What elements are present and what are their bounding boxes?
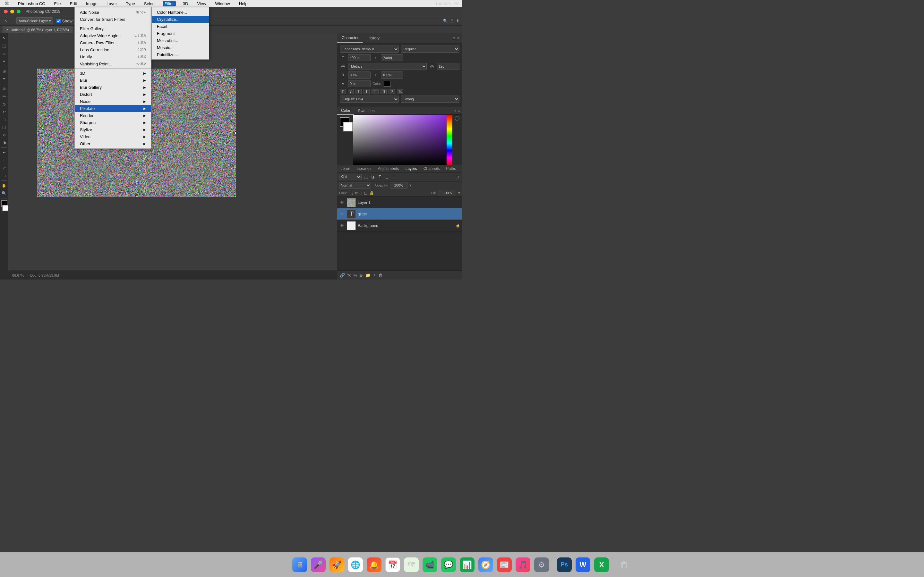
tool-lasso[interactable]: ⌓ <box>1 50 8 57</box>
filter-gallery[interactable]: Filter Gallery... <box>75 25 151 32</box>
pixelate-mosaic[interactable]: Mosaic... <box>152 44 209 51</box>
filter-vanishing-point[interactable]: Vanishing Point... ⌥⌘V <box>75 60 151 67</box>
filter-video[interactable]: Video ▶ <box>75 133 151 140</box>
expand-icon[interactable]: » <box>453 36 455 40</box>
filter-lens-correction[interactable]: Lens Correction... ⇧⌘R <box>75 46 151 53</box>
background-swatch[interactable] <box>343 122 352 131</box>
lock-artboard-icon[interactable]: ◻ <box>364 191 367 195</box>
maximize-button[interactable] <box>17 10 21 13</box>
document-tab[interactable]: ✕ Untitled-1 @ 66.7% (Layer 1, RGB/8) <box>3 26 73 33</box>
filter-type-icon[interactable]: T <box>377 175 383 179</box>
delete-layer-btn[interactable]: 🗑 <box>378 273 383 277</box>
opacity-chevron[interactable]: ▾ <box>409 183 411 187</box>
menu-photoshop[interactable]: Photoshop CC <box>16 1 47 6</box>
filter-add-noise[interactable]: Add Noise ⌘⌥F <box>75 9 151 16</box>
handle-ml[interactable] <box>37 131 39 134</box>
menu-view[interactable]: View <box>195 1 208 6</box>
transform-controls-checkbox[interactable] <box>57 19 61 23</box>
superscript-btn[interactable]: T¹ <box>389 89 395 94</box>
tool-stamp[interactable]: ⊙ <box>1 101 8 108</box>
tool-hand[interactable]: ✋ <box>1 182 8 189</box>
italic-btn[interactable]: T <box>348 89 354 94</box>
handle-bl[interactable] <box>37 195 39 197</box>
tab-character[interactable]: Character <box>337 33 363 43</box>
tab-swatches[interactable]: Swatches <box>354 107 379 115</box>
handle-mr[interactable] <box>234 131 236 134</box>
font-style-select[interactable]: Regular <box>401 45 460 53</box>
menu-file[interactable]: File <box>52 1 63 6</box>
tool-magic-wand[interactable]: ⋄ <box>1 58 8 65</box>
menu-help[interactable]: Help <box>237 1 250 6</box>
filter-camera-raw[interactable]: Camera Raw Filter... ⇧⌘A <box>75 39 151 46</box>
handle-tr[interactable] <box>234 69 236 70</box>
share-icon[interactable]: ⬆ <box>456 19 459 23</box>
tab-history[interactable]: History <box>363 33 384 43</box>
blend-mode-select[interactable]: Normal <box>339 182 371 189</box>
tool-path-select[interactable]: ↗ <box>1 164 8 171</box>
tool-dodge[interactable]: ◑ <box>1 139 8 146</box>
pixelate-color-halftone[interactable]: Color Halftone... <box>152 9 209 16</box>
layer-item-glitter[interactable]: 👁 T glitter <box>337 208 462 220</box>
color-gradient[interactable] <box>353 115 447 165</box>
menu-type[interactable]: Type <box>124 1 137 6</box>
tool-history-brush[interactable]: ↩ <box>1 108 8 115</box>
layer-kind-filter[interactable]: Kind <box>339 174 362 180</box>
color-swatch[interactable] <box>384 81 391 87</box>
tab-layers[interactable]: Layers <box>402 165 420 172</box>
menu-select[interactable]: Select <box>142 1 158 6</box>
tool-pen[interactable]: ✒ <box>1 149 8 156</box>
background-eye-icon[interactable]: 👁 <box>339 223 345 228</box>
pixelate-facet[interactable]: Facet <box>152 23 209 30</box>
smallcaps-btn[interactable]: Tt <box>381 89 387 94</box>
lock-image-icon[interactable]: ✏ <box>355 191 358 195</box>
filter-toggle-icon[interactable]: ⊡ <box>454 175 460 179</box>
menu-edit[interactable]: Edit <box>68 1 79 6</box>
close-button[interactable] <box>4 10 8 13</box>
menu-filter[interactable]: Filter <box>163 1 176 6</box>
filter-distort[interactable]: Distort ▶ <box>75 91 151 98</box>
lock-position-icon[interactable]: + <box>360 191 362 195</box>
pixelate-fragment[interactable]: Fragment <box>152 30 209 37</box>
opacity-input[interactable] <box>390 182 407 189</box>
anti-alias-select[interactable]: Strong <box>401 95 460 103</box>
filter-pixel-icon[interactable]: ⬚ <box>363 175 368 179</box>
color-menu-icon[interactable]: ≡ <box>458 109 460 113</box>
add-mask-btn[interactable]: ◎ <box>353 273 357 277</box>
search-icon[interactable]: 🔍 <box>443 19 448 23</box>
filter-other[interactable]: Other ▶ <box>75 140 151 147</box>
language-select[interactable]: English: USA <box>340 95 399 103</box>
filter-sharpen[interactable]: Sharpen ▶ <box>75 119 151 126</box>
allcaps-btn[interactable]: TT <box>372 89 379 94</box>
filter-pixelate[interactable]: Pixelate ▶ <box>75 105 151 112</box>
tool-crop[interactable]: ⊞ <box>1 68 8 75</box>
lock-all-icon[interactable]: 🔒 <box>369 191 374 195</box>
underline-btn[interactable]: T <box>355 89 362 94</box>
hue-bar[interactable] <box>447 115 452 165</box>
apple-menu[interactable]: ⌘ <box>3 1 11 6</box>
status-arrow[interactable]: › <box>60 274 61 277</box>
menu-layer[interactable]: Layer <box>105 1 119 6</box>
menu-image[interactable]: Image <box>84 1 99 6</box>
fill-chevron[interactable]: ▾ <box>458 191 460 195</box>
leading-input[interactable] <box>381 54 403 61</box>
handle-tl[interactable] <box>37 69 39 70</box>
vertical-scale-input[interactable] <box>348 71 371 79</box>
tool-eraser[interactable]: ◻ <box>1 116 8 123</box>
tool-brush[interactable]: ✏ <box>1 93 8 100</box>
add-adjustment-btn[interactable]: ⊕ <box>359 273 363 277</box>
tab-color[interactable]: Color <box>337 107 354 115</box>
tab-libraries[interactable]: Libraries <box>354 165 375 172</box>
filter-blur[interactable]: Blur ▶ <box>75 77 151 84</box>
filter-convert-smart[interactable]: Convert for Smart Filters <box>75 16 151 23</box>
minimize-button[interactable] <box>10 10 14 13</box>
link-layers-btn[interactable]: 🔗 <box>340 273 345 277</box>
color-expand-icon[interactable]: » <box>454 109 457 113</box>
strikethrough-btn[interactable]: T <box>363 89 370 94</box>
tool-text[interactable]: T <box>1 157 8 164</box>
filter-3d[interactable]: 3D ▶ <box>75 69 151 77</box>
add-layer-btn[interactable]: + <box>373 273 376 277</box>
auto-select-btn[interactable]: Auto-Select: Layer ▾ <box>16 17 53 24</box>
subscript-btn[interactable]: T₁ <box>397 89 403 94</box>
menu-3d[interactable]: 3D <box>181 1 190 6</box>
tab-paths[interactable]: Paths <box>443 165 459 172</box>
